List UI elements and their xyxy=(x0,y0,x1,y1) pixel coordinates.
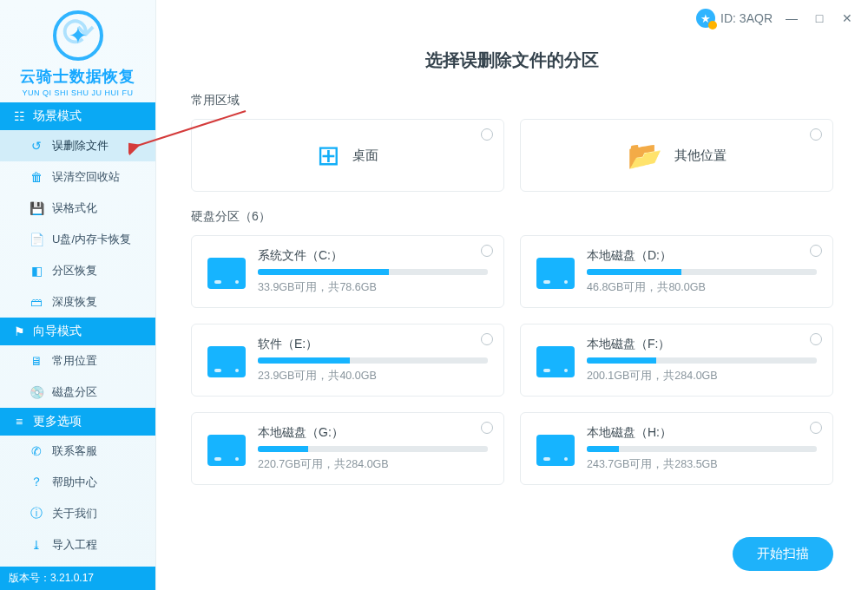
card-desktop[interactable]: ⊞ 桌面 xyxy=(191,119,504,192)
usage-bar xyxy=(587,446,817,452)
nav-help-center[interactable]: ？帮助中心 xyxy=(0,467,155,498)
radio-icon xyxy=(481,422,493,434)
nav-label: 联系客服 xyxy=(52,443,97,459)
card-other-location[interactable]: 📂 其他位置 xyxy=(520,119,833,192)
nav-partition-recovery[interactable]: ◧分区恢复 xyxy=(0,255,155,286)
drive-name: 本地磁盘（F:） xyxy=(587,337,817,352)
drive-cards: 系统文件（C:） 33.9GB可用，共78.6GB 本地磁盘（D:） 46.8G… xyxy=(191,235,833,485)
radio-icon xyxy=(481,128,493,141)
radio-icon xyxy=(810,333,822,345)
phone-icon: ✆ xyxy=(30,444,43,458)
nav-label: 深度恢复 xyxy=(52,294,97,310)
drive-name: 系统文件（C:） xyxy=(258,248,488,264)
monitor-icon: 🖥 xyxy=(30,354,43,368)
drive-info: 46.8GB可用，共80.0GB xyxy=(587,280,817,295)
drive-icon xyxy=(536,346,575,377)
drive-icon xyxy=(536,258,575,289)
close-button[interactable]: ✕ xyxy=(838,10,856,27)
usage-bar xyxy=(258,446,488,452)
nav-common-location[interactable]: 🖥常用位置 xyxy=(0,345,155,377)
maximize-button[interactable]: □ xyxy=(811,10,828,27)
nav-contact-support[interactable]: ✆联系客服 xyxy=(0,436,155,467)
drive-name: 软件（E:） xyxy=(258,337,488,352)
usage-bar xyxy=(258,357,488,364)
windows-icon: ⊞ xyxy=(317,139,340,172)
import-icon: ⤓ xyxy=(30,538,43,552)
usage-bar xyxy=(587,269,817,275)
sidebar: ✦ 云骑士数据恢复 YUN QI SHI SHU JU HUI FU ☷ 场景模… xyxy=(0,0,156,590)
disk-partition-label: 硬盘分区（6） xyxy=(191,209,833,225)
minimize-button[interactable]: — xyxy=(783,10,800,27)
drive-card[interactable]: 软件（E:） 23.9GB可用，共40.0GB xyxy=(191,324,504,397)
refresh-icon: ↺ xyxy=(30,139,43,153)
common-area-label: 常用区域 xyxy=(191,93,833,108)
nav-label: 误格式化 xyxy=(52,200,97,216)
nav-label: 误清空回收站 xyxy=(52,169,120,185)
drive-icon xyxy=(536,435,575,466)
user-id: ID: 3AQR xyxy=(720,11,773,25)
radio-icon xyxy=(810,422,822,434)
radio-icon xyxy=(810,128,822,141)
drive-icon xyxy=(207,435,246,466)
drive-card[interactable]: 本地磁盘（D:） 46.8GB可用，共80.0GB xyxy=(520,235,833,308)
radio-icon xyxy=(810,245,822,257)
drive-card[interactable]: 系统文件（C:） 33.9GB可用，共78.6GB xyxy=(191,235,504,308)
nav-deleted-files[interactable]: ↺误删除文件 xyxy=(0,130,155,161)
nav-label: 分区恢复 xyxy=(52,263,97,279)
section-more-options[interactable]: ≡ 更多选项 xyxy=(0,408,155,436)
drive-name: 本地磁盘（G:） xyxy=(258,425,488,441)
drive-info: 200.1GB可用，共284.0GB xyxy=(587,369,817,384)
usage-bar xyxy=(258,269,488,275)
nav-label: 常用位置 xyxy=(52,353,97,369)
drive-name: 本地磁盘（H:） xyxy=(587,425,817,441)
drive-info: 243.7GB可用，共283.5GB xyxy=(587,457,817,472)
nav-label: 关于我们 xyxy=(52,506,97,521)
page-title: 选择误删除文件的分区 xyxy=(156,49,868,72)
start-scan-button[interactable]: 开始扫描 xyxy=(733,537,833,571)
nav-disk-partition[interactable]: 💿磁盘分区 xyxy=(0,377,155,408)
nav-formatted[interactable]: 💾误格式化 xyxy=(0,193,155,224)
drive-card[interactable]: 本地磁盘（F:） 200.1GB可用，共284.0GB xyxy=(520,324,833,397)
flag-icon: ⚑ xyxy=(12,324,26,338)
logo-icon: ✦ xyxy=(53,10,103,61)
radio-icon xyxy=(481,245,493,257)
app-subtitle: YUN QI SHI SHU JU HUI FU xyxy=(9,88,147,97)
card-label: 其他位置 xyxy=(674,148,727,164)
help-icon: ？ xyxy=(30,475,43,490)
nav-import-project[interactable]: ⤓导入工程 xyxy=(0,529,155,560)
app-title: 云骑士数据恢复 xyxy=(9,66,147,87)
radio-icon xyxy=(481,333,493,345)
drive-info: 220.7GB可用，共284.0GB xyxy=(258,457,488,472)
user-id-block[interactable]: ★ ID: 3AQR xyxy=(696,9,773,28)
app-logo: ✦ 云骑士数据恢复 YUN QI SHI SHU JU HUI FU xyxy=(0,0,155,102)
nav-label: 磁盘分区 xyxy=(52,384,97,400)
nav-wizard-list: 🖥常用位置 💿磁盘分区 xyxy=(0,345,155,408)
drive-card[interactable]: 本地磁盘（H:） 243.7GB可用，共283.5GB xyxy=(520,412,833,485)
disc-icon: 💿 xyxy=(30,385,43,399)
nav-recycle-bin[interactable]: 🗑误清空回收站 xyxy=(0,161,155,193)
nav-label: U盘/内存卡恢复 xyxy=(52,232,131,247)
deep-icon: 🗃 xyxy=(30,295,43,309)
drive-info: 23.9GB可用，共40.0GB xyxy=(258,369,488,384)
nav-deep-recovery[interactable]: 🗃深度恢复 xyxy=(0,286,155,318)
drive-name: 本地磁盘（D:） xyxy=(587,248,817,264)
section-label: 更多选项 xyxy=(33,414,82,429)
nav-about[interactable]: ⓘ关于我们 xyxy=(0,498,155,529)
drive-card[interactable]: 本地磁盘（G:） 220.7GB可用，共284.0GB xyxy=(191,412,504,485)
section-scene-mode[interactable]: ☷ 场景模式 xyxy=(0,102,155,130)
common-cards: ⊞ 桌面 📂 其他位置 xyxy=(191,119,833,192)
version-label: 版本号：3.21.0.17 xyxy=(0,567,155,590)
nav-label: 误删除文件 xyxy=(52,138,108,154)
nav-label: 帮助中心 xyxy=(52,475,97,490)
titlebar: ★ ID: 3AQR — □ ✕ xyxy=(156,0,868,28)
nav-label: 导入工程 xyxy=(52,537,97,553)
card-label: 桌面 xyxy=(352,148,378,164)
nav-more-list: ✆联系客服 ？帮助中心 ⓘ关于我们 ⤓导入工程 xyxy=(0,436,155,560)
nav-scene-list: ↺误删除文件 🗑误清空回收站 💾误格式化 📄U盘/内存卡恢复 ◧分区恢复 🗃深度… xyxy=(0,130,155,318)
user-badge-icon: ★ xyxy=(696,9,715,28)
menu-icon: ≡ xyxy=(12,415,26,429)
disk-icon: 💾 xyxy=(30,201,43,215)
nav-usb-recovery[interactable]: 📄U盘/内存卡恢复 xyxy=(0,224,155,255)
section-wizard-mode[interactable]: ⚑ 向导模式 xyxy=(0,318,155,345)
folder-icon: 📂 xyxy=(628,139,662,172)
